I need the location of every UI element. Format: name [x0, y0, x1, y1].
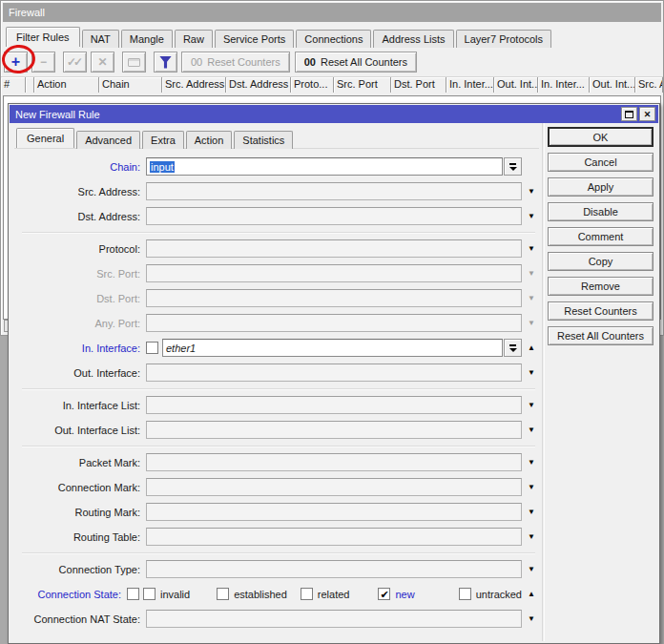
- tab-advanced[interactable]: Advanced: [76, 131, 140, 149]
- packet-mark-expand-arrow[interactable]: ▼: [522, 458, 541, 467]
- tab-connections[interactable]: Connections: [296, 30, 371, 48]
- col-number[interactable]: #: [1, 77, 26, 93]
- src-port-input[interactable]: [146, 264, 522, 282]
- connection-mark-input[interactable]: [146, 478, 522, 496]
- toolbar-reset-all-counters-button[interactable]: 00 Reset All Counters: [295, 52, 417, 73]
- chain-dropdown-button[interactable]: [504, 157, 522, 176]
- in-interface-not-checkbox[interactable]: [146, 342, 158, 354]
- in-interface-input[interactable]: ether1: [162, 339, 503, 357]
- chain-input[interactable]: input: [146, 157, 503, 176]
- reset-counters-button[interactable]: Reset Counters: [548, 301, 654, 321]
- copy-button[interactable]: Copy: [548, 252, 654, 271]
- cancel-button[interactable]: Cancel: [548, 153, 654, 172]
- chain-row: Chain: input: [14, 157, 541, 176]
- col-dst-address[interactable]: Dst. Address: [226, 77, 291, 93]
- dialog-title: New Firewall Rule: [15, 109, 619, 120]
- combo-dropdown-icon: [509, 163, 516, 165]
- close-button[interactable]: ✕: [639, 107, 655, 121]
- untracked-checkbox[interactable]: [459, 588, 471, 600]
- out-interface-label: Out. Interface:: [14, 367, 146, 379]
- out-interface-list-input[interactable]: [146, 421, 522, 439]
- src-address-expand-arrow[interactable]: ▼: [522, 187, 541, 196]
- connection-type-input[interactable]: [146, 560, 522, 578]
- winbox-workspace: Firewall Filter Rules NAT Mangle Raw Ser…: [0, 0, 664, 644]
- col-in-interface[interactable]: In. Inter...: [446, 77, 494, 93]
- maximize-button[interactable]: [621, 107, 637, 121]
- col-chain[interactable]: Chain: [99, 77, 162, 93]
- disable-rule-button[interactable]: Disable: [548, 202, 654, 221]
- dst-port-expand-arrow[interactable]: ▼: [522, 294, 541, 302]
- dst-address-input[interactable]: [146, 207, 522, 225]
- routing-mark-input[interactable]: [146, 503, 522, 521]
- related-checkbox[interactable]: [301, 588, 313, 600]
- firewall-window-title: Firewall: [9, 7, 45, 18]
- tab-statistics[interactable]: Statistics: [234, 131, 293, 149]
- routing-mark-expand-arrow[interactable]: ▼: [522, 508, 541, 516]
- apply-button[interactable]: Apply: [548, 177, 654, 197]
- any-port-input[interactable]: [146, 314, 522, 332]
- firewall-titlebar[interactable]: Firewall: [3, 3, 661, 22]
- routing-table-expand-arrow[interactable]: ▼: [522, 532, 541, 541]
- out-interface-expand-arrow[interactable]: ▼: [522, 368, 541, 377]
- new-checkbox[interactable]: ✔: [378, 588, 390, 600]
- tab-layer7-protocols[interactable]: Layer7 Protocols: [456, 30, 552, 48]
- form-buttons-divider: [542, 123, 545, 641]
- dst-port-input[interactable]: [146, 289, 522, 307]
- connection-nat-state-expand-arrow[interactable]: ▼: [522, 614, 541, 623]
- comment-button[interactable]: [122, 52, 146, 73]
- filter-button[interactable]: [154, 52, 177, 73]
- tab-mangle[interactable]: Mangle: [121, 30, 173, 48]
- out-interface-input[interactable]: [146, 364, 522, 382]
- in-interface-list-input[interactable]: [146, 396, 522, 414]
- col-src-address[interactable]: Src. Address: [162, 77, 226, 93]
- tab-action[interactable]: Action: [186, 131, 233, 149]
- dst-address-expand-arrow[interactable]: ▼: [522, 212, 541, 220]
- col-dst-port[interactable]: Dst. Port: [391, 77, 446, 93]
- tab-raw[interactable]: Raw: [175, 30, 213, 48]
- remove-button-dialog[interactable]: Remove: [548, 277, 654, 296]
- disable-button[interactable]: ✕: [91, 52, 114, 73]
- remove-button[interactable]: −: [31, 52, 55, 73]
- packet-mark-input[interactable]: [146, 453, 522, 471]
- out-interface-list-expand-arrow[interactable]: ▼: [522, 426, 541, 434]
- dst-port-row: Dst. Port: ▼: [14, 289, 541, 307]
- toolbar-reset-counters-button[interactable]: 00 Reset Counters: [181, 52, 290, 73]
- packet-mark-row: Packet Mark: ▼: [14, 453, 541, 471]
- src-port-expand-arrow[interactable]: ▼: [522, 269, 541, 278]
- col-out-interface-list[interactable]: Out. Int...: [590, 77, 635, 93]
- in-interface-list-expand-arrow[interactable]: ▼: [522, 401, 541, 409]
- tab-extra[interactable]: Extra: [142, 131, 184, 149]
- connection-state-collapse-arrow[interactable]: ▲: [522, 590, 541, 598]
- tab-service-ports[interactable]: Service Ports: [215, 30, 294, 48]
- any-port-expand-arrow[interactable]: ▼: [522, 319, 541, 327]
- tab-nat[interactable]: NAT: [82, 30, 119, 48]
- col-src-address-list[interactable]: Src. A: [635, 77, 663, 93]
- comment-rule-button[interactable]: Comment: [548, 227, 654, 246]
- reset-all-counters-button[interactable]: Reset All Counters: [548, 326, 654, 345]
- connection-state-not-checkbox[interactable]: [127, 588, 139, 600]
- enable-button[interactable]: ✓✓: [63, 52, 87, 73]
- tab-address-lists[interactable]: Address Lists: [373, 30, 453, 48]
- col-src-port[interactable]: Src. Port: [334, 77, 391, 93]
- src-address-input[interactable]: [146, 182, 522, 200]
- tab-filter-rules[interactable]: Filter Rules: [6, 27, 80, 47]
- col-out-interface[interactable]: Out. Int...: [494, 77, 538, 93]
- col-flags[interactable]: [26, 77, 34, 93]
- protocol-input[interactable]: [146, 239, 522, 258]
- routing-table-input[interactable]: [146, 528, 522, 546]
- col-in-interface-list[interactable]: In. Inter...: [538, 77, 590, 93]
- in-interface-collapse-arrow[interactable]: ▲: [522, 343, 541, 352]
- dialog-titlebar[interactable]: New Firewall Rule ✕: [10, 105, 658, 123]
- col-protocol[interactable]: Proto...: [291, 77, 334, 93]
- col-action[interactable]: Action: [34, 77, 99, 93]
- dialog-form-area: General Advanced Extra Action Statistics…: [10, 123, 541, 641]
- invalid-checkbox[interactable]: [143, 588, 156, 600]
- connection-nat-state-input[interactable]: [146, 610, 522, 628]
- in-interface-dropdown-button[interactable]: [504, 339, 522, 357]
- connection-mark-expand-arrow[interactable]: ▼: [522, 483, 541, 491]
- tab-general[interactable]: General: [16, 128, 74, 148]
- connection-type-expand-arrow[interactable]: ▼: [522, 565, 541, 573]
- protocol-expand-arrow[interactable]: ▼: [522, 244, 541, 253]
- established-checkbox[interactable]: [217, 588, 229, 600]
- ok-button[interactable]: OK: [548, 127, 654, 147]
